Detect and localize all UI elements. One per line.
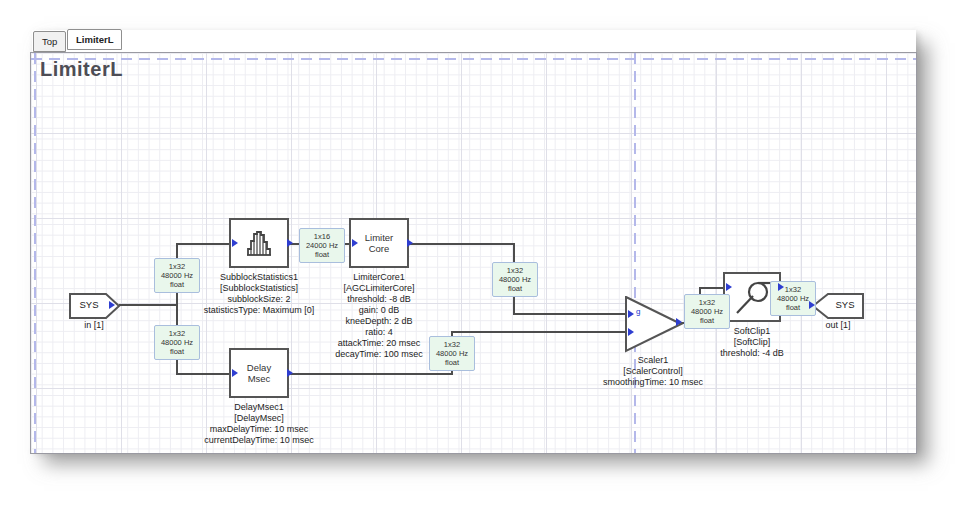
block-subblockstatistics[interactable] — [229, 218, 289, 268]
wire-type-label[interactable]: 1x3248000 Hzfloat — [492, 262, 538, 297]
output-pin[interactable] — [287, 239, 293, 247]
output-pin[interactable] — [778, 283, 784, 291]
output-pin[interactable] — [109, 301, 115, 309]
histogram-icon — [244, 229, 274, 257]
sys-output-caption: out [1] — [803, 320, 873, 331]
block-inner-label: LimiterCore — [365, 232, 394, 254]
block-prop: decayTime: 100 msec — [289, 349, 469, 360]
block-type: [AGCLimiterCore] — [289, 283, 469, 294]
gain-pin-label: g — [636, 307, 640, 316]
block-prop: threshold: -8 dB — [289, 294, 469, 305]
output-pin[interactable] — [287, 369, 293, 377]
tab-top[interactable]: Top — [33, 31, 66, 52]
block-prop: kneeDepth: 2 dB — [289, 316, 469, 327]
sys-input-caption: in [1] — [59, 320, 129, 331]
block-caption: LimiterCore1 [AGCLimiterCore] threshold:… — [289, 272, 469, 360]
wire-segment[interactable] — [699, 287, 725, 289]
block-prop: smoothingTime: 10 msec — [563, 377, 743, 388]
wire-segment[interactable] — [451, 331, 627, 333]
block-prop: currentDelayTime: 10 msec — [159, 435, 359, 446]
page-boundary-line-horizontal — [31, 58, 916, 60]
wire-segment[interactable] — [289, 373, 453, 375]
input-pin[interactable] — [352, 239, 358, 247]
sys-input-port-label: SYS — [69, 299, 109, 310]
input-pin[interactable] — [232, 369, 238, 377]
block-caption: Scaler1 [ScalerControl] smoothingTime: 1… — [563, 355, 743, 388]
block-inner-label: DelayMsec — [247, 362, 271, 384]
wire-segment[interactable] — [177, 243, 230, 245]
input-pin[interactable] — [726, 283, 732, 291]
page-boundary-line-vertical-mid — [634, 53, 636, 453]
block-prop: ratio: 4 — [289, 327, 469, 338]
page-title: LimiterL — [40, 58, 123, 81]
screenshot-stage: Top LimiterL LimiterL SYS in [1] — [0, 0, 975, 508]
output-pin[interactable] — [676, 318, 682, 326]
wire-segment[interactable] — [513, 313, 627, 315]
block-prop: attackTime: 20 msec — [289, 338, 469, 349]
block-caption: DelayMsec1 [DelayMsec] maxDelayTime: 10 … — [159, 402, 359, 446]
block-limitercore[interactable]: LimiterCore — [349, 218, 409, 268]
block-name: DelayMsec1 — [159, 402, 359, 413]
block-prop: threshold: -4 dB — [662, 348, 842, 359]
block-type: [DelayMsec] — [159, 413, 359, 424]
wire-type-label[interactable]: 1x1624000 Hzfloat — [299, 228, 345, 263]
block-name: LimiterCore1 — [289, 272, 469, 283]
softclip-curve-icon — [730, 277, 774, 317]
diagram-canvas[interactable]: LimiterL SYS in [1] — [30, 52, 917, 454]
block-prop: maxDelayTime: 10 msec — [159, 424, 359, 435]
wire-segment[interactable] — [177, 373, 230, 375]
block-type: [ScalerControl] — [563, 366, 743, 377]
input-pin[interactable] — [628, 328, 634, 336]
block-type: [SoftClip] — [662, 337, 842, 348]
sys-output-port-label: SYS — [825, 299, 865, 310]
input-pin[interactable] — [628, 310, 634, 318]
input-pin[interactable] — [232, 239, 238, 247]
block-prop: gain: 0 dB — [289, 305, 469, 316]
tab-limiterl[interactable]: LimiterL — [67, 29, 122, 50]
wire-type-label[interactable]: 1x3248000 Hzfloat — [770, 281, 816, 316]
page-boundary-line-vertical-left — [34, 53, 36, 453]
output-pin[interactable] — [407, 239, 413, 247]
input-pin[interactable] — [809, 301, 815, 309]
wire-type-label[interactable]: 1x3248000 Hzfloat — [684, 294, 730, 329]
wire-type-label[interactable]: 1x3248000 Hzfloat — [154, 325, 200, 360]
block-delaymsec[interactable]: DelayMsec — [229, 348, 289, 398]
wire-segment[interactable] — [409, 243, 515, 245]
